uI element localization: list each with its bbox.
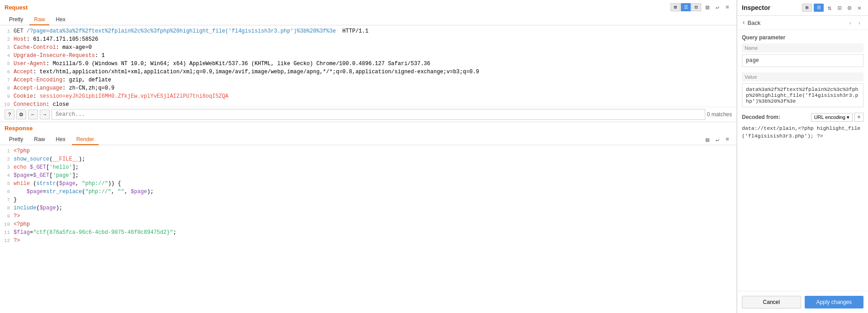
resp-newline-icon[interactable]: ↵ — [713, 135, 722, 144]
view-btn-rows[interactable]: ☰ — [681, 3, 691, 11]
resp-line-11: 11 $flag="ctf{876a5fca-96c6-4cbd-9075-46… — [0, 228, 736, 237]
encoding-select[interactable]: URL encoding ▾ — [811, 113, 853, 122]
php-var: $page — [40, 205, 56, 211]
add-encoding-btn[interactable]: + — [854, 113, 863, 122]
request-header: Request ⊞ ☰ ⊟ ▤ ↵ ≡ — [0, 0, 736, 14]
apply-button[interactable]: Apply changes — [805, 296, 864, 308]
newline-icon[interactable]: ↵ — [713, 3, 722, 12]
response-title: Response — [5, 125, 33, 132]
left-panel: Request ⊞ ☰ ⊟ ▤ ↵ ≡ Pretty Raw Hex — [0, 0, 737, 313]
tab-response-raw[interactable]: Raw — [29, 134, 49, 145]
cookie-value: session=eyJh2GipbiI6MH0.ZfkjEw.vplYvESjl… — [40, 93, 229, 100]
search-input[interactable] — [52, 109, 705, 120]
response-tab-bar: Pretty Raw Hex Render ▤ ↵ ≡ — [0, 134, 736, 145]
insp-cols-btn[interactable]: ⊞ — [802, 4, 812, 12]
resp-more-icon[interactable]: ≡ — [723, 135, 732, 144]
view-btn-cols[interactable]: ⊞ — [670, 3, 680, 11]
request-title: Request — [5, 4, 28, 11]
inspector-actions: ⊞ ☰ ⇅ ⊡ ⚙ ✕ — [802, 4, 863, 12]
insp-sort-icon[interactable]: ⇅ — [826, 4, 834, 12]
view-btn-wrap[interactable]: ⊟ — [691, 3, 701, 11]
request-line-3: 3 Cache-Control: max-age=0 — [0, 43, 736, 52]
tab-request-raw[interactable]: Raw — [29, 14, 49, 25]
inspector-title: Inspector — [742, 4, 770, 11]
nav-prev-btn[interactable]: ‹ — [846, 19, 854, 27]
decoded-from-label: Decoded from: — [742, 114, 780, 120]
resp-line-6: 6 $page=str_replace("php://", "", $page)… — [0, 188, 736, 196]
func-name: include — [14, 205, 36, 211]
cancel-button[interactable]: Cancel — [742, 296, 801, 308]
resp-line-4: 4 $page=$_GET['page']; — [0, 171, 736, 180]
nav-next-btn[interactable]: › — [855, 19, 863, 27]
decoded-controls: URL encoding ▾ + — [811, 113, 863, 122]
request-line-9: 9 Cookie: session=eyJh2GipbiI6MH0.ZfkjEw… — [0, 92, 736, 100]
request-line-1: 1 GET /?page=data%3a%2f%2ftext%2fplain%2… — [0, 27, 736, 35]
insp-split-icon[interactable]: ⊡ — [835, 4, 844, 12]
more-icon[interactable]: ≡ — [723, 3, 732, 12]
insp-rows-btn[interactable]: ☰ — [814, 4, 824, 12]
view-toggle-group: ⊞ ☰ ⊟ — [670, 3, 701, 11]
tab-response-pretty[interactable]: Pretty — [5, 134, 28, 145]
nav-side-arrows: ‹ › — [846, 19, 863, 27]
header-key: Cache-Control — [14, 44, 56, 51]
help-btn[interactable]: ? — [5, 109, 14, 119]
tab-response-hex[interactable]: Hex — [51, 134, 70, 145]
header-key: Connection — [14, 101, 46, 107]
php-var: $_GET — [30, 164, 46, 171]
request-line-2: 2 Host: 61.147.171.105:58526 — [0, 35, 736, 43]
request-line-5: 5 User-Agent: Mozilla/5.0 (Windows NT 10… — [0, 60, 736, 68]
prev-btn[interactable]: ← — [28, 109, 38, 119]
php-keyword: while — [14, 180, 30, 187]
resp-line-9: 9 ?> — [0, 212, 736, 220]
param-value-box[interactable]: data%3a%2f%2ftext%2fplain%2c%3c%3fphp%20… — [742, 83, 863, 107]
request-section: Request ⊞ ☰ ⊟ ▤ ↵ ≡ Pretty Raw Hex — [0, 0, 736, 122]
header-key: Accept — [14, 69, 33, 75]
request-line-10: 10 Connection: close — [0, 100, 736, 107]
php-var: $page — [27, 189, 43, 195]
response-header: Response — [0, 122, 736, 134]
method: GET — [14, 28, 27, 34]
url: /?page=data%3a%2f%2ftext%2fplain%2c%3c%3… — [27, 28, 336, 34]
query-param-label: Query parameter — [742, 34, 863, 41]
resp-line-7: 7 } — [0, 196, 736, 204]
inspector-footer: Cancel Apply changes — [737, 291, 868, 313]
php-var: $page — [14, 172, 30, 179]
header-key: Cookie — [14, 93, 33, 100]
php-str: "php://" — [82, 180, 108, 187]
resp-line-2: 2 show_source(__FILE__); — [0, 155, 736, 163]
param-name-value[interactable]: page — [742, 54, 863, 67]
resp-line-3: 3 echo $_GET['hello']; — [0, 163, 736, 171]
match-count: 0 matches — [707, 111, 732, 118]
request-toolbar: ? ⚙ ← → 0 matches — [0, 107, 736, 122]
request-line-6: 6 Accept: text/html,application/xhtml+xm… — [0, 68, 736, 76]
response-section: Response Pretty Raw Hex Render ▤ ↵ ≡ 1 <… — [0, 122, 736, 313]
php-flag-value: "ctf{876a5fca-96c6-4cbd-9075-46f0c89475d… — [33, 229, 173, 236]
response-view-icons: ▤ ↵ ≡ — [703, 135, 732, 144]
settings-btn[interactable]: ⚙ — [16, 109, 26, 119]
insp-close-icon[interactable]: ✕ — [855, 4, 863, 12]
php-str: 'page' — [52, 172, 72, 179]
request-content: 1 GET /?page=data%3a%2f%2ftext%2fplain%2… — [0, 25, 736, 107]
next-btn[interactable]: → — [40, 109, 50, 119]
resp-line-8: 8 include($page); — [0, 204, 736, 212]
decoded-section: Decoded from: URL encoding ▾ + data://te… — [742, 113, 863, 140]
resp-line-12: 12 ?> — [0, 237, 736, 245]
insp-settings-icon[interactable]: ⚙ — [845, 4, 854, 12]
inspector-body: Query parameter Name page Value data%3a%… — [737, 30, 868, 291]
php-str: 'hello' — [49, 164, 72, 171]
name-label: Name — [742, 43, 863, 52]
back-button[interactable]: Back — [747, 19, 760, 26]
request-view-controls: ⊞ ☰ ⊟ ▤ ↵ ≡ — [670, 3, 732, 12]
resp-pretty-icon[interactable]: ▤ — [703, 135, 712, 144]
inspector-panel: Inspector ⊞ ☰ ⇅ ⊡ ⚙ ✕ ‹ Back ‹ › Query p… — [737, 0, 868, 313]
tab-response-render[interactable]: Render — [72, 134, 99, 145]
php-str: "php://" — [85, 189, 111, 195]
tab-request-pretty[interactable]: Pretty — [5, 14, 28, 25]
php-const: __FILE__ — [52, 156, 79, 162]
back-arrow-icon: ‹ — [742, 19, 745, 26]
request-line-8: 8 Accept-Language: zh-CN,zh;q=0.9 — [0, 84, 736, 92]
decoded-value: data://text/plain,<?php highlight_file('… — [742, 124, 863, 140]
php-str: "" — [118, 189, 124, 195]
pretty-icon[interactable]: ▤ — [703, 3, 712, 12]
tab-request-hex[interactable]: Hex — [51, 14, 70, 25]
